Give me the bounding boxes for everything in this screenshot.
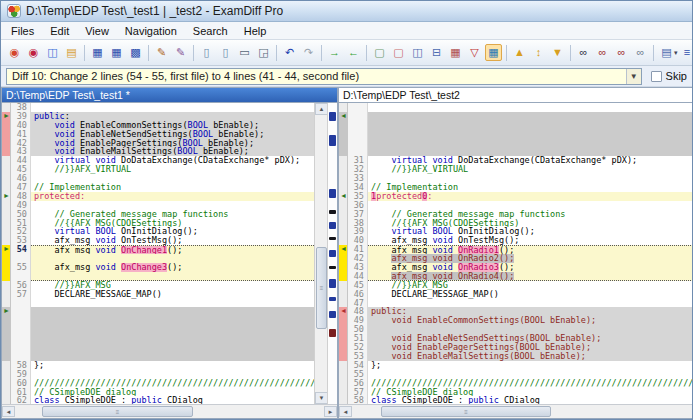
code-line[interactable] — [31, 370, 314, 379]
go-back-icon[interactable]: ← — [345, 44, 362, 61]
scroll-left-icon[interactable]: ◄ — [2, 406, 15, 417]
show-moved-blocks-icon[interactable]: ▦ — [447, 44, 464, 61]
code-line[interactable]: DECLARE_MESSAGE_MAP() — [31, 290, 314, 299]
menu-files[interactable]: Files — [3, 24, 42, 38]
view-second-pane-icon[interactable]: ▢ — [390, 44, 407, 61]
code-line[interactable]: //}}AFX_VIRTUAL — [31, 165, 314, 174]
menu-navigation[interactable]: Navigation — [117, 24, 185, 38]
code-line[interactable]: virtual BOOL OnInitDialog(); — [31, 227, 314, 236]
second-file-hscrollbar[interactable]: ◄≡► — [339, 404, 693, 418]
code-line[interactable]: // CSimpleDOE dialog — [31, 388, 314, 397]
menu-view[interactable]: View — [77, 24, 117, 38]
code-line[interactable]: //}}AFX_VIRTUAL — [368, 165, 693, 174]
previous-diff-icon[interactable]: ▲ — [511, 44, 528, 61]
code-line[interactable]: void EnablePagerSettings(BOOL bEnable); — [31, 139, 314, 148]
code-line[interactable]: // Implementation — [368, 183, 693, 192]
options-dropdown-icon[interactable]: ▤ — [658, 44, 675, 61]
code-line[interactable]: virtual BOOL OnInitDialog(); — [368, 227, 693, 236]
save-both-files-icon[interactable]: ▩ — [127, 44, 144, 61]
recompare-icon[interactable]: ◉ — [25, 44, 42, 61]
code-line[interactable]: void EnableNetSendSettings(BOOL bEnable)… — [368, 334, 693, 343]
diff-arrow-icon[interactable]: ► — [2, 307, 10, 315]
code-line[interactable]: // Generated message map functions — [368, 210, 693, 219]
diff-arrow-icon[interactable]: ◄ — [339, 307, 347, 315]
undo-icon[interactable]: ↶ — [281, 44, 298, 61]
compare-directories-icon[interactable]: ◫ — [44, 44, 61, 61]
code-line[interactable] — [31, 174, 314, 183]
code-line[interactable]: afx_msg void OnTestMsg(); — [368, 236, 693, 245]
diff-arrow-icon[interactable]: ► — [2, 192, 10, 200]
code-line[interactable]: void EnableNetSendSettings(BOOL bEnable)… — [31, 130, 314, 139]
code-line[interactable] — [368, 325, 693, 334]
diff-map[interactable] — [327, 103, 337, 404]
first-file-header[interactable]: D:\Temp\EDP Test\_test1 * — [2, 88, 337, 103]
code-line[interactable]: //}}AFX_MSG — [368, 281, 693, 290]
skip-checkbox[interactable] — [651, 71, 662, 82]
search-in-files-icon[interactable]: ∞ — [632, 44, 649, 61]
code-line[interactable]: virtual void DoDataExchange(CDataExchang… — [31, 156, 314, 165]
file-info-second-icon[interactable]: ▯ — [217, 44, 234, 61]
print-preview-icon[interactable]: ◲ — [255, 44, 272, 61]
synchronize-panes-icon[interactable]: ▦ — [485, 44, 502, 61]
combo-dropdown-icon[interactable]: ▼ — [626, 69, 641, 84]
redo-icon[interactable]: ↷ — [300, 44, 317, 61]
code-line[interactable]: //}}AFX_MSG — [31, 281, 314, 290]
menu-search[interactable]: Search — [185, 24, 236, 38]
scroll-left-icon[interactable]: ◄ — [339, 406, 352, 417]
code-line[interactable]: //{{AFX_MSG(CDOESettings) — [368, 219, 693, 228]
code-line[interactable]: void EnableCommonSettings(BOOL bEnable); — [368, 316, 693, 325]
open-files-icon[interactable]: ▤ — [63, 44, 80, 61]
code-line[interactable]: // Generated message map functions — [31, 210, 314, 219]
code-line[interactable]: afx_msg void OnRadio4(); — [368, 272, 693, 281]
code-line[interactable] — [31, 299, 314, 308]
code-line[interactable]: 1protected0: — [368, 192, 693, 201]
code-line[interactable] — [31, 254, 314, 263]
file-info-first-icon[interactable]: ▯ — [198, 44, 215, 61]
code-line[interactable] — [368, 147, 693, 156]
code-line[interactable]: afx_msg void OnChange1(); — [31, 245, 314, 254]
edit-first-file-icon[interactable]: ✎ — [153, 44, 170, 61]
scroll-right-icon[interactable]: ► — [324, 406, 337, 417]
menu-edit[interactable]: Edit — [42, 24, 77, 38]
print-icon[interactable]: ▭ — [236, 44, 253, 61]
code-line[interactable]: void EnableMailSettings(BOOL bEnable); — [368, 352, 693, 361]
scrollbar-thumb[interactable]: ≡ — [381, 406, 550, 417]
code-line[interactable]: public: — [31, 112, 314, 121]
code-line[interactable]: class CSimpleDOE : public CDialog — [31, 396, 314, 404]
code-line[interactable]: ////////////////////////////////////////… — [368, 379, 693, 388]
code-line[interactable]: //{{AFX_MSG(CDOESettings) — [31, 219, 314, 228]
code-line[interactable] — [368, 299, 693, 308]
code-line[interactable]: // CSimpleDOE dialog — [368, 388, 693, 397]
save-first-file-icon[interactable]: ▦ — [89, 44, 106, 61]
next-diff-icon[interactable]: ▼ — [549, 44, 566, 61]
scrollbar-thumb[interactable]: ≡ — [42, 406, 193, 417]
code-line[interactable] — [31, 316, 314, 325]
go-forward-icon[interactable]: → — [326, 44, 343, 61]
diff-arrow-icon[interactable]: ► — [2, 112, 10, 120]
code-line[interactable]: // Implementation — [31, 183, 314, 192]
code-line[interactable]: afx_msg void OnRadio2(); — [368, 254, 693, 263]
code-line[interactable] — [368, 201, 693, 210]
code-line[interactable] — [368, 370, 693, 379]
word-wrap-icon[interactable]: ≡ — [679, 44, 692, 61]
split-vertical-icon[interactable]: ◫ — [409, 44, 426, 61]
filter-differences-icon[interactable]: ▽ — [466, 44, 483, 61]
first-file-hscrollbar[interactable]: ◄≡► — [2, 404, 337, 418]
code-line[interactable]: class CSimpleDOE : public CDialog — [368, 396, 693, 404]
code-line[interactable]: virtual void DoDataExchange(CDataExchang… — [368, 156, 693, 165]
code-line[interactable] — [31, 352, 314, 361]
edit-second-file-icon[interactable]: ✎ — [172, 44, 189, 61]
compare-icon[interactable]: ◉ — [6, 44, 23, 61]
code-line[interactable] — [31, 334, 314, 343]
code-line[interactable] — [368, 112, 693, 121]
code-line[interactable]: void EnableMailSettings(BOOL bEnable); — [31, 147, 314, 156]
code-line[interactable]: void EnableCommonSettings(BOOL bEnable); — [31, 121, 314, 130]
diff-selector-combo[interactable]: Diff 10: Change 2 lines (54 - 55, first … — [6, 68, 642, 85]
code-line[interactable]: ////////////////////////////////////////… — [31, 379, 314, 388]
code-line[interactable] — [31, 325, 314, 334]
find-previous-icon[interactable]: ∞ — [613, 44, 630, 61]
code-line[interactable]: public: — [368, 307, 693, 316]
current-diff-icon[interactable]: ↕ — [530, 44, 547, 61]
diff-arrow-icon[interactable]: ◄ — [339, 192, 347, 200]
code-line[interactable] — [368, 103, 693, 112]
